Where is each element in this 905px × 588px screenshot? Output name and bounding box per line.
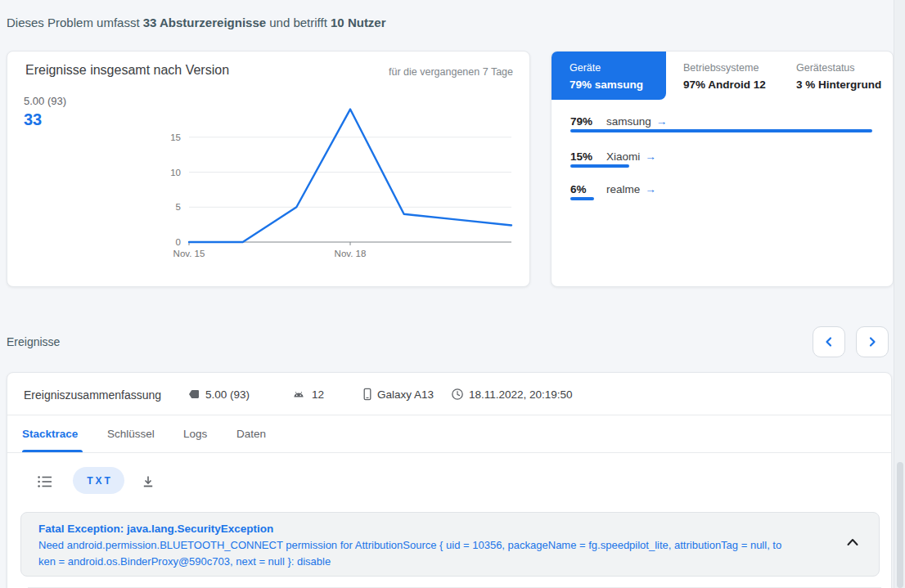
tab-geraetestatus-label: Gerätestatus [796, 62, 881, 74]
chevron-right-icon [867, 336, 878, 348]
tab-geraete-value: 79% samsung [570, 79, 666, 91]
device-bar [570, 164, 629, 168]
tab-stacktrace[interactable]: Stacktrace [22, 428, 78, 440]
stacktrace-toolbar: TXT [7, 453, 891, 507]
tab-daten[interactable]: Daten [236, 428, 266, 440]
events-total: 33 [24, 110, 42, 129]
event-detail-card: Ereigniszusammenfassung 5.00 (93) 12 Gal… [7, 372, 892, 588]
event-device-model: Galaxy A13 [377, 388, 434, 401]
device-bar [570, 129, 872, 132]
arrow-right-icon: → [645, 150, 656, 163]
exception-title: Fatal Exception: java.lang.SecurityExcep… [38, 523, 830, 535]
crash-count: 33 Absturzereignisse [143, 16, 266, 29]
svg-text:Nov. 18: Nov. 18 [335, 249, 367, 258]
device-percent: 79% [570, 115, 592, 128]
user-count: 10 Nutzer [331, 16, 386, 29]
tab-betriebssysteme-label: Betriebssysteme [683, 62, 766, 74]
tab-schluessel[interactable]: Schlüssel [107, 428, 155, 440]
event-timestamp: 18.11.2022, 20:19:50 [469, 388, 573, 401]
list-view-button[interactable] [37, 474, 53, 491]
device-percent: 15% [570, 150, 592, 163]
fatal-exception-box: Fatal Exception: java.lang.SecurityExcep… [20, 512, 880, 577]
tab-betriebssysteme[interactable]: Betriebssysteme 97% Android 12 [683, 62, 766, 91]
event-version: 5.00 (93) [205, 388, 250, 401]
tab-geraetestatus[interactable]: Gerätestatus 3 % Hintergrund [796, 62, 881, 91]
tab-betriebssysteme-value: 97% Android 12 [683, 79, 766, 91]
collapse-exception-button[interactable] [846, 537, 859, 550]
device-link-xiaomi[interactable]: Xiaomi [606, 150, 640, 163]
arrow-right-icon: → [656, 115, 668, 128]
clock-icon [451, 388, 464, 401]
svg-text:10: 10 [170, 168, 181, 177]
active-tab-indicator [22, 450, 83, 452]
exception-message-line: Need android.permission.BLUETOOTH_CONNEC… [38, 537, 830, 554]
list-icon [37, 474, 53, 489]
crashlytics-issue-page: Dieses Problem umfasst 33 Absturzereigni… [0, 0, 905, 588]
summary-text-middle: und betrifft [266, 16, 331, 29]
android-icon [292, 388, 305, 401]
phone-icon [361, 388, 374, 401]
download-icon [141, 474, 155, 489]
chevron-left-icon [823, 336, 835, 348]
event-os-version: 12 [312, 388, 324, 401]
svg-text:Nov. 15: Nov. 15 [173, 249, 205, 258]
events-by-version-card: 051015Nov. 15Nov. 18 Ereignisse insgesam… [7, 51, 530, 287]
svg-text:0: 0 [176, 237, 181, 247]
arrow-right-icon: → [645, 183, 656, 195]
svg-text:15: 15 [170, 132, 181, 142]
download-button[interactable] [141, 474, 155, 491]
device-percent: 6% [570, 183, 587, 195]
events-section-title: Ereignisse [7, 335, 60, 348]
scrollbar-thumb[interactable] [897, 462, 903, 588]
chart-card-title: Ereignisse insgesamt nach Version [25, 63, 229, 78]
txt-download-button[interactable]: TXT [73, 467, 124, 494]
previous-event-button[interactable] [813, 326, 845, 357]
summary-text: Dieses Problem umfasst [7, 16, 143, 29]
tab-geraete[interactable]: Geräte 79% samsung [552, 52, 666, 100]
event-detail-tabs: Stacktrace Schlüssel Logs Daten [7, 415, 891, 453]
device-bar [570, 197, 594, 200]
tab-geraetestatus-value: 3 % Hintergrund [796, 79, 881, 91]
chevron-up-icon [846, 537, 859, 547]
events-line-chart: 051015Nov. 15Nov. 18 [7, 52, 531, 272]
version-tag-icon [187, 388, 200, 401]
device-link-samsung[interactable]: samsung [606, 115, 651, 128]
problem-summary: Dieses Problem umfasst 33 Absturzereigni… [7, 16, 386, 29]
tab-logs[interactable]: Logs [183, 428, 207, 440]
next-event-button[interactable] [856, 326, 889, 357]
exception-message-line: ken = android.os.BinderProxy@590c703, ne… [38, 554, 830, 570]
chart-period-label: für die vergangenen 7 Tage [389, 66, 513, 78]
tab-geraete-label: Geräte [570, 62, 666, 74]
scrollbar-track[interactable] [894, 0, 905, 588]
svg-text:5: 5 [176, 202, 181, 212]
devices-card: Geräte 79% samsung Betriebssysteme 97% A… [551, 51, 894, 287]
event-summary-row: Ereigniszusammenfassung 5.00 (93) 12 Gal… [7, 373, 891, 415]
version-label: 5.00 (93) [24, 95, 66, 107]
event-summary-label: Ereigniszusammenfassung [24, 388, 161, 402]
device-link-realme[interactable]: realme [606, 183, 640, 195]
